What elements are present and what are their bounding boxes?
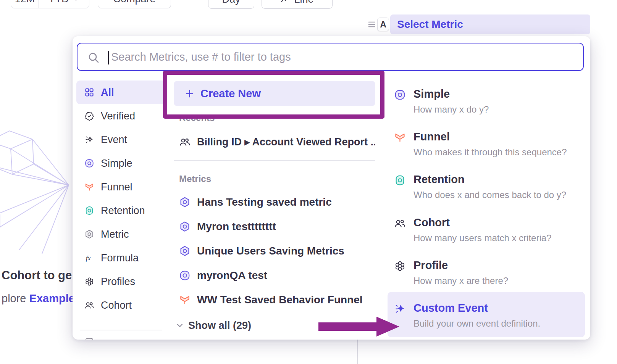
metric-hexagon-purple-icon xyxy=(179,245,191,257)
simple-metric-icon xyxy=(84,158,94,168)
saved-metric-item[interactable]: WW Test Saved Behavior Funnel xyxy=(174,289,375,311)
cohort-people-icon xyxy=(394,217,406,229)
range-ytd-label: YTD xyxy=(48,0,69,5)
line-label: Line xyxy=(294,0,313,5)
metric-search-input[interactable] xyxy=(78,43,583,70)
sidebar-label: Event xyxy=(101,134,127,146)
sidebar-label: All xyxy=(101,87,114,98)
chevron-down-icon xyxy=(72,0,80,3)
type-simple[interactable]: Simple How many x do y? xyxy=(388,88,585,123)
sidebar-item-cohort[interactable]: Cohort xyxy=(76,293,166,317)
show-all-label: Show all (29) xyxy=(188,320,251,332)
example-link[interactable]: Example xyxy=(29,292,75,304)
saved-metric-label: WW Test Saved Behavior Funnel xyxy=(197,294,363,306)
metric-hexagon-purple-icon xyxy=(179,196,191,208)
saved-metric-item[interactable]: myronQA test xyxy=(174,265,375,286)
type-title: Funnel xyxy=(413,130,450,143)
type-desc: How many users match x criteria? xyxy=(413,233,583,243)
range-ytd-button[interactable]: YTD xyxy=(39,0,89,8)
type-title: Retention xyxy=(413,173,465,186)
type-title: Profile xyxy=(413,259,448,272)
select-metric-field[interactable]: Select Metric xyxy=(390,14,590,34)
sidebar-item-profiles[interactable]: Profiles xyxy=(76,270,166,293)
formula-icon: fx xyxy=(84,253,94,263)
date-range-segmented-control: 12M YTD xyxy=(11,0,89,8)
type-title: Custom Event xyxy=(413,302,488,314)
type-funnel[interactable]: Funnel Who makes it through this sequenc… xyxy=(388,130,585,166)
type-desc: How many x are there? xyxy=(413,275,583,286)
saved-metric-label: Unique Users Saving Metrics xyxy=(197,245,344,257)
decorative-wireframe-illustration xyxy=(0,128,76,254)
sidebar-label: Metric xyxy=(101,229,129,240)
funnel-metric-icon xyxy=(84,182,94,192)
create-new-label: Create New xyxy=(200,87,261,100)
metric-hexagon-purple-icon xyxy=(179,221,191,232)
type-retention[interactable]: Retention Who does x and comes back to d… xyxy=(388,173,585,208)
type-title: Cohort xyxy=(413,216,450,229)
profiles-flower-icon xyxy=(394,260,406,272)
saved-metric-label: Myron testttttttt xyxy=(197,221,276,233)
range-12m-button[interactable]: 12M xyxy=(11,0,39,8)
explore-text: plore xyxy=(2,292,29,304)
retention-metric-icon xyxy=(394,174,406,186)
simple-metric-icon xyxy=(394,89,406,101)
line-chart-type-button[interactable]: Line xyxy=(262,0,333,9)
sidebar-item-metric[interactable]: Metric xyxy=(76,222,166,246)
saved-metric-item[interactable]: Hans Testing saved metric xyxy=(174,192,375,213)
line-chart-icon xyxy=(280,0,290,5)
metric-search-box[interactable] xyxy=(77,43,584,71)
profiles-flower-icon xyxy=(84,277,94,287)
sidebar-item-all[interactable]: All xyxy=(76,81,166,104)
sidebar-label: Simple xyxy=(101,158,132,169)
sidebar-item-verified[interactable]: Verified xyxy=(76,104,166,128)
show-all-button[interactable]: Show all (29) xyxy=(175,319,251,332)
recents-divider xyxy=(174,160,375,161)
sidebar-item-retention[interactable]: Retention xyxy=(76,199,166,222)
metric-hexagon-icon xyxy=(84,229,94,239)
drag-handle-icon[interactable] xyxy=(368,21,376,28)
funnel-metric-icon xyxy=(179,294,191,306)
series-a-label: A xyxy=(380,19,386,30)
range-12m-label: 12M xyxy=(15,0,35,5)
sidebar-label: Retention xyxy=(101,205,145,217)
sidebar-item-funnel[interactable]: Funnel xyxy=(76,175,166,199)
verified-badge-icon xyxy=(84,111,94,121)
recent-item-label: Billing ID ▸ Account Viewed Report ... xyxy=(197,136,375,148)
panel-divider xyxy=(357,340,358,364)
compare-label: Compare xyxy=(113,0,155,5)
sidebar-label: Verified xyxy=(101,110,135,122)
cohort-people-icon xyxy=(179,136,191,148)
background-heading: Cohort to ge xyxy=(2,269,72,282)
create-new-button[interactable]: Create New xyxy=(174,81,375,106)
simple-metric-icon xyxy=(179,270,191,281)
recent-item[interactable]: Billing ID ▸ Account Viewed Report ... xyxy=(174,131,375,153)
compare-button[interactable]: Compare xyxy=(98,0,171,8)
type-desc: Build your own event definition. xyxy=(413,318,583,329)
saved-metric-item[interactable]: Unique Users Saving Metrics xyxy=(174,240,375,262)
recents-header: Recents xyxy=(179,113,215,123)
select-metric-modal: All Verified Event Simple xyxy=(73,36,590,340)
type-title: Simple xyxy=(413,88,450,100)
type-cohort[interactable]: Cohort How many users match x criteria? xyxy=(388,216,585,251)
sidebar-item-simple[interactable]: Simple xyxy=(76,151,166,175)
event-spark-icon xyxy=(84,135,94,145)
retention-metric-icon xyxy=(84,206,94,216)
sidebar-label: Cohort xyxy=(101,300,132,311)
sidebar-divider xyxy=(80,330,162,330)
saved-metric-item[interactable]: Myron testttttttt xyxy=(174,216,375,237)
custom-event-spark-icon xyxy=(394,303,406,315)
category-sidebar: All Verified Event Simple xyxy=(76,81,166,340)
type-profile[interactable]: Profile How many x are there? xyxy=(388,259,585,294)
series-a-badge[interactable]: A xyxy=(377,18,389,31)
day-interval-button[interactable]: Day xyxy=(208,0,254,9)
select-metric-label: Select Metric xyxy=(397,18,463,31)
sidebar-partial-item-icon xyxy=(84,337,94,340)
sidebar-label: Formula xyxy=(101,252,139,264)
plus-icon xyxy=(184,89,195,99)
funnel-metric-icon xyxy=(394,132,406,143)
type-desc: How many x do y? xyxy=(413,104,583,115)
sidebar-item-event[interactable]: Event xyxy=(76,128,166,151)
type-desc: Who does x and comes back to do y? xyxy=(413,190,583,200)
type-custom-event[interactable]: Custom Event Build your own event defini… xyxy=(388,302,585,337)
sidebar-item-formula[interactable]: fx Formula xyxy=(76,246,166,270)
